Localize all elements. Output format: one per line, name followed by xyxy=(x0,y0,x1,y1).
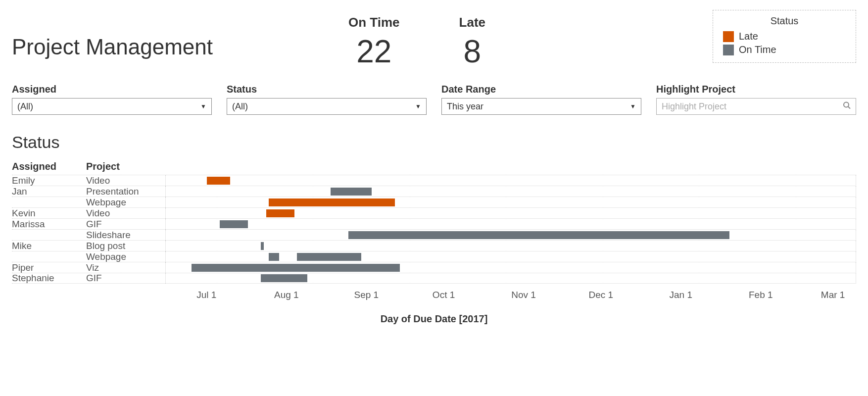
gantt-bar[interactable] xyxy=(261,274,307,282)
legend-label-late: Late xyxy=(739,31,758,42)
axis-tick: Jan 1 xyxy=(670,290,692,300)
column-header-assigned: Assigned xyxy=(12,161,86,175)
header-row: Project Management On Time 22 Late 8 Sta… xyxy=(12,10,856,70)
gantt-chart: Assigned Project EmilyVideoJanPresentati… xyxy=(12,161,856,325)
gantt-row: Webpage xyxy=(12,251,856,262)
chevron-down-icon: ▼ xyxy=(200,103,206,110)
gantt-bar[interactable] xyxy=(297,253,361,261)
chevron-down-icon: ▼ xyxy=(630,103,636,110)
chevron-down-icon: ▼ xyxy=(415,103,421,110)
axis-tick: Aug 1 xyxy=(274,290,299,300)
gantt-track xyxy=(165,175,856,186)
row-assigned: Emily xyxy=(12,175,86,186)
gantt-header-row: Assigned Project xyxy=(12,161,856,175)
kpi-on-time-label: On Time xyxy=(348,15,400,30)
filter-highlight-project: Highlight Project Highlight Project xyxy=(656,84,856,115)
filter-status: Status (All) ▼ xyxy=(227,84,427,115)
section-title-status: Status xyxy=(12,133,856,152)
row-project: GIF xyxy=(86,219,165,230)
gantt-row: Webpage xyxy=(12,197,856,207)
gantt-bar[interactable] xyxy=(207,177,230,185)
gantt-row: EmilyVideo xyxy=(12,175,856,186)
row-project: Webpage xyxy=(86,197,165,208)
filters-row: Assigned (All) ▼ Status (All) ▼ Date Ran… xyxy=(12,84,856,115)
legend-title: Status xyxy=(723,15,846,27)
gantt-rows-area: EmilyVideoJanPresentationWebpageKevinVid… xyxy=(12,175,856,284)
axis-tick: Nov 1 xyxy=(511,290,536,300)
row-project: Video xyxy=(86,175,165,186)
gantt-bar[interactable] xyxy=(261,242,263,250)
legend-swatch-late xyxy=(723,31,734,42)
gantt-track xyxy=(165,197,856,208)
gantt-bar[interactable] xyxy=(269,253,279,261)
axis-tick: Dec 1 xyxy=(588,290,613,300)
filter-date-range-label: Date Range xyxy=(441,84,641,95)
gantt-axis-title: Day of Due Date [2017] xyxy=(12,313,856,325)
gantt-row: Slideshare xyxy=(12,229,856,240)
filter-assigned: Assigned (All) ▼ xyxy=(12,84,212,115)
filter-date-range-dropdown[interactable]: This year ▼ xyxy=(441,98,641,115)
row-assigned: Mike xyxy=(12,241,86,251)
gantt-row: MikeBlog post xyxy=(12,240,856,251)
gantt-row: KevinVideo xyxy=(12,207,856,218)
row-assigned: Jan xyxy=(12,186,86,197)
gantt-bar[interactable] xyxy=(348,231,729,239)
row-project: Viz xyxy=(86,262,165,273)
legend-item-late[interactable]: Late xyxy=(723,31,846,42)
search-icon xyxy=(843,101,851,112)
filter-status-value: (All) xyxy=(232,101,248,112)
row-project: Slideshare xyxy=(86,230,165,241)
gantt-track xyxy=(165,262,856,273)
gantt-row: StephanieGIF xyxy=(12,273,856,284)
gantt-row: JanPresentation xyxy=(12,186,856,197)
legend-card: Status Late On Time xyxy=(713,10,856,63)
kpi-on-time: On Time 22 xyxy=(348,15,400,70)
gantt-row: MarissaGIF xyxy=(12,218,856,229)
gantt-track xyxy=(165,273,856,284)
filter-date-range-value: This year xyxy=(447,101,483,112)
column-header-project: Project xyxy=(86,161,165,175)
legend-label-on-time: On Time xyxy=(739,44,776,55)
axis-tick: Jul 1 xyxy=(196,290,216,300)
row-assigned: Stephanie xyxy=(12,273,86,284)
gantt-track xyxy=(165,219,856,230)
legend-item-on-time[interactable]: On Time xyxy=(723,44,846,55)
row-project: Presentation xyxy=(86,186,165,197)
gantt-row: PiperViz xyxy=(12,262,856,273)
page-title: Project Management xyxy=(12,10,348,59)
axis-tick: Sep 1 xyxy=(354,290,379,300)
filter-highlight-label: Highlight Project xyxy=(656,84,856,95)
gantt-bar[interactable] xyxy=(220,220,248,228)
legend-swatch-on-time xyxy=(723,45,734,55)
kpi-late-value: 8 xyxy=(459,33,485,70)
filter-status-label: Status xyxy=(227,84,427,95)
row-project: GIF xyxy=(86,273,165,284)
kpi-late: Late 8 xyxy=(459,15,485,70)
gantt-x-axis: Jul 1Aug 1Sep 1Oct 1Nov 1Dec 1Jan 1Feb 1… xyxy=(165,290,856,301)
filter-assigned-value: (All) xyxy=(17,101,33,112)
filter-assigned-dropdown[interactable]: (All) ▼ xyxy=(12,98,212,115)
gantt-track xyxy=(165,230,856,241)
gantt-bar[interactable] xyxy=(192,264,400,272)
kpi-on-time-value: 22 xyxy=(348,33,400,70)
row-assigned: Marissa xyxy=(12,219,86,230)
svg-point-0 xyxy=(844,102,849,107)
axis-tick: Feb 1 xyxy=(749,290,773,300)
highlight-project-input[interactable]: Highlight Project xyxy=(656,98,856,115)
gantt-bar[interactable] xyxy=(266,209,294,217)
title-block: Project Management xyxy=(12,10,348,59)
row-assigned: Piper xyxy=(12,262,86,273)
gantt-bar[interactable] xyxy=(269,198,395,206)
row-project: Webpage xyxy=(86,251,165,262)
gantt-track xyxy=(165,241,856,251)
gantt-bar[interactable] xyxy=(331,188,372,196)
kpi-late-label: Late xyxy=(459,15,485,30)
row-assigned: Kevin xyxy=(12,208,86,219)
axis-tick: Mar 1 xyxy=(821,290,845,300)
axis-tick: Oct 1 xyxy=(433,290,455,300)
svg-line-1 xyxy=(848,107,850,109)
filter-status-dropdown[interactable]: (All) ▼ xyxy=(227,98,427,115)
filter-date-range: Date Range This year ▼ xyxy=(441,84,641,115)
kpi-block: On Time 22 Late 8 xyxy=(348,10,485,70)
highlight-project-placeholder: Highlight Project xyxy=(662,101,726,112)
